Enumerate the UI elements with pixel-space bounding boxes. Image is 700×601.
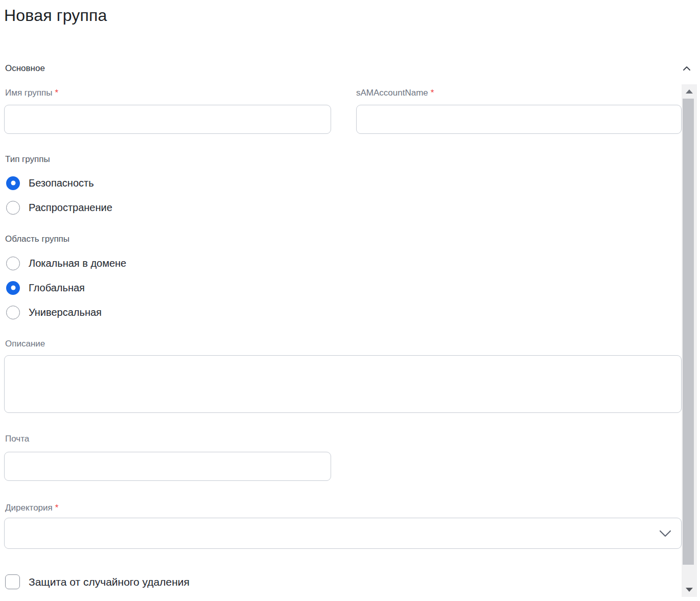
radio-selected-icon (6, 176, 20, 190)
page-title: Новая группа (4, 5, 107, 26)
scroll-up-button[interactable] (682, 84, 697, 99)
mail-input[interactable] (4, 452, 331, 481)
group-name-input[interactable] (4, 105, 331, 134)
triangle-up-icon (686, 89, 693, 94)
required-asterisk: * (55, 503, 59, 513)
group-name-label: Имя группы* (5, 87, 58, 99)
description-label: Описание (5, 338, 45, 350)
group-type-label: Тип группы (5, 154, 50, 165)
radio-unselected-icon (6, 201, 20, 215)
sam-account-name-input[interactable] (356, 105, 682, 134)
mail-label: Почта (5, 433, 29, 445)
description-textarea[interactable] (4, 355, 682, 413)
group-type-radiogroup: Безопасность Распространение (6, 176, 112, 215)
vertical-scrollbar[interactable] (682, 84, 697, 597)
directory-label: Директория* (5, 502, 58, 514)
directory-select[interactable] (4, 518, 682, 549)
section-collapse-button[interactable] (679, 60, 695, 77)
deletion-protection-option[interactable]: Защита от случайного удаления (5, 574, 190, 589)
group-scope-label: Область группы (5, 234, 69, 245)
chevron-down-icon (659, 529, 672, 538)
group-scope-radiogroup: Локальная в домене Глобальная Универсаль… (6, 256, 126, 319)
radio-option-distribution[interactable]: Распространение (6, 200, 112, 215)
radio-selected-icon (6, 281, 20, 295)
section-title-main: Основное (5, 63, 45, 74)
radio-option-universal[interactable]: Универсальная (6, 305, 126, 319)
radio-option-domain-local[interactable]: Локальная в домене (6, 256, 126, 270)
radio-option-global[interactable]: Глобальная (6, 281, 126, 295)
checkbox-unchecked-icon (5, 574, 20, 589)
chevron-up-icon (681, 63, 692, 74)
required-asterisk: * (431, 88, 434, 98)
sam-account-name-label: sAMAccountName* (356, 87, 434, 99)
scroll-down-button[interactable] (682, 583, 697, 597)
required-asterisk: * (55, 88, 58, 98)
radio-unselected-icon (6, 306, 20, 319)
triangle-down-icon (686, 588, 693, 592)
radio-option-security[interactable]: Безопасность (6, 176, 112, 190)
scrollbar-thumb[interactable] (683, 99, 694, 565)
radio-unselected-icon (6, 257, 20, 270)
